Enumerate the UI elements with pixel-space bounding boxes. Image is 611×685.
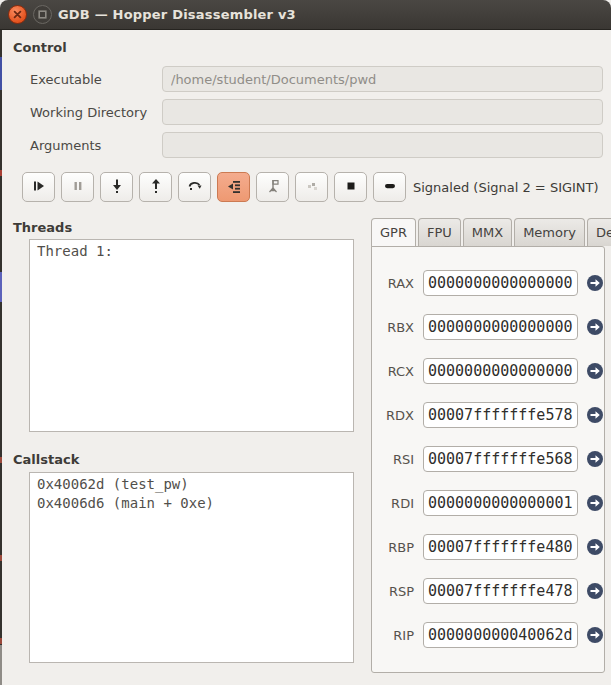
list-arrow-icon (226, 178, 242, 197)
goto-rsp-button[interactable] (586, 582, 604, 600)
arguments-field[interactable] (162, 132, 603, 158)
register-label-rax: RAX (370, 276, 414, 291)
thread-item[interactable]: Thread 1: (37, 242, 346, 261)
window-title: GDB — Hopper Disassembler v3 (58, 7, 296, 22)
callstack-frame[interactable]: 0x4006d6 (main + 0xe) (37, 494, 346, 513)
callstack-list[interactable]: 0x40062d (test_pw) 0x4006d6 (main + 0xe) (29, 472, 354, 663)
arrow-right-circle-icon (586, 456, 604, 471)
register-value-rax[interactable] (423, 270, 578, 296)
flag-stand-icon (265, 178, 281, 197)
register-value-rsp[interactable] (423, 578, 578, 604)
detach-button[interactable] (373, 172, 406, 202)
register-label-rip: RIP (370, 628, 414, 643)
goto-rsi-button[interactable] (586, 450, 604, 468)
callstack-frame[interactable]: 0x40062d (test_pw) (37, 475, 346, 494)
register-tabstrip: GPR FPU MMX Memory Debugger (371, 218, 611, 247)
register-value-rbx[interactable] (423, 314, 578, 340)
step-over-icon (187, 178, 203, 197)
register-value-rdx[interactable] (423, 402, 578, 428)
pause-icon (70, 178, 86, 197)
executable-label: Executable (30, 72, 102, 87)
tab-fpu[interactable]: FPU (418, 218, 461, 246)
goto-rcx-button[interactable] (586, 362, 604, 380)
arguments-label: Arguments (30, 138, 101, 153)
arrow-right-circle-icon (586, 544, 604, 559)
arrow-right-circle-icon (586, 280, 604, 295)
goto-rbp-button[interactable] (586, 538, 604, 556)
register-label-rcx: RCX (370, 364, 414, 379)
tab-mmx[interactable]: MMX (463, 218, 512, 246)
arrow-right-circle-icon (586, 500, 604, 515)
gdb-debugger-window: GDB — Hopper Disassembler v3 Control Exe… (0, 0, 611, 685)
register-label-rdi: RDI (370, 496, 414, 511)
arrow-right-circle-icon (586, 588, 604, 603)
continue-button[interactable] (22, 172, 55, 202)
goto-rdi-button[interactable] (586, 494, 604, 512)
callstack-section-label: Callstack (13, 452, 79, 467)
tab-debugger[interactable]: Debugger (587, 218, 611, 246)
register-label-rsi: RSI (370, 452, 414, 467)
goto-rbx-button[interactable] (586, 318, 604, 336)
register-label-rbp: RBP (370, 540, 414, 555)
threads-list[interactable]: Thread 1: (29, 239, 354, 432)
goto-rax-button[interactable] (586, 274, 604, 292)
tab-gpr[interactable]: GPR (371, 218, 416, 247)
working-directory-field[interactable] (162, 99, 603, 125)
trace-button[interactable] (295, 172, 328, 202)
tab-memory[interactable]: Memory (514, 218, 585, 246)
continue-icon (31, 178, 47, 197)
close-button[interactable] (8, 5, 27, 24)
step-over-button[interactable] (178, 172, 211, 202)
arrow-right-circle-icon (586, 368, 604, 383)
register-label-rbx: RBX (370, 320, 414, 335)
register-value-rip[interactable] (423, 622, 578, 648)
show-current-instruction-button[interactable] (217, 172, 250, 202)
goto-rdx-button[interactable] (586, 406, 604, 424)
arrow-right-circle-icon (586, 412, 604, 427)
pill-icon (382, 178, 398, 197)
stop-icon (343, 178, 359, 197)
goto-rip-button[interactable] (586, 626, 604, 644)
register-value-rsi[interactable] (423, 446, 578, 472)
step-into-icon (109, 178, 125, 197)
working-directory-label: Working Directory (30, 105, 147, 120)
maximize-button[interactable] (33, 5, 52, 24)
step-into-button[interactable] (100, 172, 133, 202)
pause-button[interactable] (61, 172, 94, 202)
control-section-label: Control (13, 40, 67, 55)
step-out-icon (148, 178, 164, 197)
register-value-rcx[interactable] (423, 358, 578, 384)
register-value-rdi[interactable] (423, 490, 578, 516)
titlebar[interactable]: GDB — Hopper Disassembler v3 (0, 0, 611, 30)
stop-button[interactable] (334, 172, 367, 202)
threads-section-label: Threads (13, 220, 72, 235)
background-window-edge (0, 30, 2, 685)
debugger-status-text: Signaled (Signal 2 = SIGINT) (413, 180, 599, 195)
register-label-rsp: RSP (370, 584, 414, 599)
arrow-right-circle-icon (586, 324, 604, 339)
arrow-right-circle-icon (586, 632, 604, 647)
dots-icon (304, 178, 320, 197)
register-label-rdx: RDX (370, 408, 414, 423)
executable-field[interactable] (162, 66, 603, 92)
register-value-rbp[interactable] (423, 534, 578, 560)
breakpoints-button[interactable] (256, 172, 289, 202)
step-out-button[interactable] (139, 172, 172, 202)
